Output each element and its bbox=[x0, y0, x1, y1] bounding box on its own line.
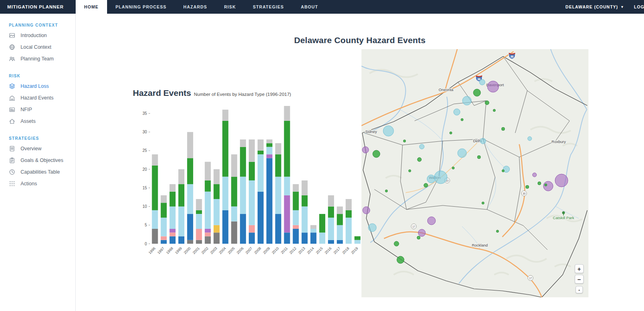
sidebar-item-label: NFIP bbox=[21, 107, 32, 112]
nav-items: HOMEPLANNING PROCESSHAZARDSRISKSTRATEGIE… bbox=[76, 0, 326, 14]
sidebar-item-hazard-events[interactable]: Hazard Events bbox=[0, 92, 75, 104]
grid-dots-icon bbox=[9, 180, 15, 187]
event-bubble bbox=[427, 217, 436, 225]
chart-title: Hazard Events bbox=[133, 88, 191, 97]
event-bubble bbox=[477, 156, 481, 159]
event-bubble bbox=[502, 127, 505, 131]
svg-text:2019: 2019 bbox=[350, 246, 359, 255]
sidebar-item-label: Capabilities Table bbox=[21, 169, 60, 175]
county-map-svg[interactable]: 888830101717OneontaDavenportSidneyDelhiR… bbox=[361, 49, 588, 297]
event-bubble bbox=[434, 171, 447, 184]
svg-text:2000: 2000 bbox=[183, 246, 192, 255]
sidebar-item-actions[interactable]: Actions bbox=[0, 178, 75, 189]
event-bubble bbox=[362, 147, 369, 153]
logout-button[interactable]: LOGOUT bbox=[634, 4, 644, 9]
chart-subtitle: Number of Events by Hazard Type (1996-20… bbox=[194, 92, 291, 97]
svg-text:2015: 2015 bbox=[315, 246, 324, 255]
event-bubble bbox=[458, 149, 466, 158]
sidebar-item-planning-team[interactable]: Planning Team bbox=[0, 53, 75, 64]
sidebar-item-assets[interactable]: Assets bbox=[0, 115, 75, 127]
sidebar-item-hazard-loss[interactable]: Hazard Loss bbox=[0, 80, 75, 92]
svg-text:Sidney: Sidney bbox=[365, 129, 377, 134]
nav-item-home[interactable]: HOME bbox=[76, 0, 107, 14]
event-bubble bbox=[397, 256, 404, 263]
nav-item-strategies[interactable]: STRATEGIES bbox=[244, 0, 292, 14]
svg-text:2017: 2017 bbox=[332, 246, 341, 255]
zoom-in-button[interactable]: + bbox=[575, 264, 584, 273]
event-bubble bbox=[479, 79, 485, 85]
hazard-map-block: 888830101717OneontaDavenportSidneyDelhiR… bbox=[361, 49, 588, 297]
sidebar-item-capabilities-table[interactable]: Capabilities Table bbox=[0, 166, 75, 178]
nav-item-planning-process[interactable]: PLANNING PROCESS bbox=[107, 0, 175, 14]
event-bubble bbox=[452, 167, 454, 169]
nav-item-hazards[interactable]: HAZARDS bbox=[175, 0, 216, 14]
svg-text:2011: 2011 bbox=[280, 246, 289, 255]
sidebar-item-label: Hazard Loss bbox=[21, 83, 49, 89]
nav-item-risk[interactable]: RISK bbox=[216, 0, 245, 14]
svg-text:1997: 1997 bbox=[157, 246, 165, 255]
region-selector[interactable]: DELAWARE (COUNTY) ▾ bbox=[566, 4, 623, 9]
event-bubble bbox=[427, 175, 435, 183]
zoom-out-button[interactable]: − bbox=[575, 275, 584, 284]
svg-text:2007: 2007 bbox=[245, 246, 253, 255]
svg-text:1996: 1996 bbox=[148, 246, 156, 255]
event-bubble bbox=[502, 170, 504, 172]
event-bubble bbox=[462, 96, 471, 105]
stacked-bar-chart: 0510152025303519961997199819992000200120… bbox=[133, 100, 366, 266]
svg-text:2014: 2014 bbox=[306, 246, 315, 255]
sidebar-item-nfip[interactable]: NFIP bbox=[0, 104, 75, 115]
svg-text:0: 0 bbox=[144, 242, 147, 246]
event-bubble bbox=[424, 183, 428, 187]
event-bubble bbox=[528, 137, 532, 141]
map-zoom-controls: + − ▲ bbox=[575, 264, 584, 293]
svg-text:2013: 2013 bbox=[297, 246, 306, 255]
main-content: Delaware County Hazard Events Hazard Eve… bbox=[76, 14, 644, 311]
route-circle-shield: 17 bbox=[411, 224, 417, 229]
event-bubble bbox=[419, 144, 424, 149]
sidebar-item-local-context[interactable]: Local Context bbox=[0, 41, 75, 53]
svg-text:2018: 2018 bbox=[341, 246, 350, 255]
event-bubble bbox=[363, 207, 370, 214]
map-extra-control[interactable]: ▲ bbox=[576, 286, 583, 293]
nav-item-about[interactable]: ABOUT bbox=[292, 0, 326, 14]
sidebar-item-overview[interactable]: Overview bbox=[0, 143, 75, 154]
svg-text:Roxbury: Roxbury bbox=[551, 139, 566, 144]
svg-text:2004: 2004 bbox=[218, 246, 227, 255]
sidebar-item-label: Hazard Events bbox=[21, 95, 54, 101]
svg-text:5: 5 bbox=[144, 223, 147, 227]
building-alert-icon bbox=[9, 95, 15, 101]
clock-icon bbox=[9, 169, 15, 175]
sidebar-item-label: Local Context bbox=[21, 44, 51, 50]
event-bubble bbox=[403, 140, 406, 142]
svg-text:2001: 2001 bbox=[192, 246, 200, 255]
svg-text:2009: 2009 bbox=[262, 246, 270, 255]
event-bubble bbox=[538, 182, 541, 185]
svg-text:2016: 2016 bbox=[324, 246, 332, 255]
people-icon bbox=[9, 56, 15, 62]
event-bubble bbox=[394, 241, 399, 246]
event-bubble bbox=[473, 89, 481, 96]
county-map[interactable]: 888830101717OneontaDavenportSidneyDelhiR… bbox=[361, 49, 588, 297]
svg-text:2010: 2010 bbox=[271, 246, 279, 255]
globe-icon bbox=[9, 44, 15, 50]
svg-text:17: 17 bbox=[529, 277, 532, 280]
event-bubble bbox=[417, 236, 420, 239]
sidebar-item-introduction[interactable]: Introduction bbox=[0, 29, 75, 41]
sidebar-section-label-planning-context: PLANNING CONTEXT bbox=[9, 23, 75, 27]
svg-text:2008: 2008 bbox=[254, 246, 262, 255]
event-bubble bbox=[496, 230, 499, 232]
event-bubble bbox=[487, 81, 499, 92]
event-bubble bbox=[373, 150, 380, 158]
sidebar-item-goals-objectives[interactable]: Goals & Objectives bbox=[0, 154, 75, 166]
event-bubble bbox=[543, 181, 553, 191]
svg-text:17: 17 bbox=[412, 225, 415, 228]
svg-text:2003: 2003 bbox=[209, 246, 218, 255]
event-bubble bbox=[493, 109, 495, 112]
document-icon bbox=[9, 145, 15, 152]
event-bubble bbox=[454, 109, 460, 115]
event-bubble bbox=[545, 184, 547, 186]
app-brand[interactable]: MITIGATION PLANNER bbox=[0, 0, 76, 14]
y-axis: 05101520253035 bbox=[142, 111, 150, 246]
navbar-right: DELAWARE (COUNTY) ▾ LOGOUT bbox=[566, 0, 644, 14]
chevron-down-icon: ▾ bbox=[621, 5, 624, 9]
